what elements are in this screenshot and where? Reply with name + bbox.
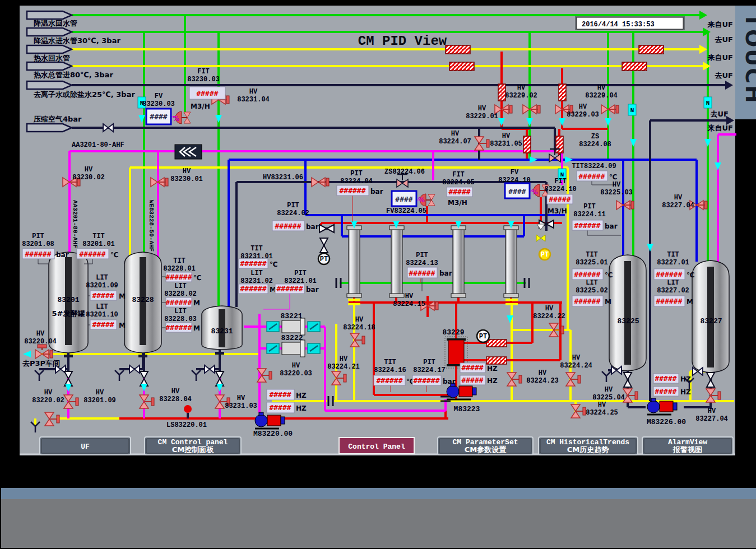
svg-text:#####: ##### [655, 374, 676, 383]
tag-hv83227-04-top: 83227.04 [662, 202, 694, 210]
pt-gauge[interactable]: PT [477, 330, 489, 342]
svg-text:HZ: HZ [680, 375, 691, 383]
tag-hv83224-18: HV [355, 316, 364, 324]
svg-text:#####: ##### [269, 390, 291, 399]
tag-pit83224-17: 83224.17 [413, 366, 446, 374]
pipe-label-4: 热水总管进80℃, 3bar [33, 71, 113, 79]
label-filter-83222: 83222 [281, 334, 303, 342]
pipe-label-5: 去离子水或除盐水25℃, 3bar [34, 90, 135, 99]
line-tag-aa3201-v: AA3201-80-AHF [72, 200, 78, 248]
tag-hv83224-22: HV [545, 305, 554, 313]
membrane-column[interactable] [347, 226, 361, 297]
svg-text:#####: ##### [92, 320, 114, 329]
button-uf[interactable]: UF [40, 437, 131, 455]
filter-83222[interactable] [282, 340, 305, 357]
button-alarmview[interactable]: AlarmView 报警视图 [642, 437, 733, 455]
tag-tit83224-16: TIT [384, 359, 396, 366]
button-cm-control-panel[interactable]: CM Control panel CM控制面板 [145, 437, 241, 455]
label-tank-83201-cn: 5#发酵罐 [52, 309, 85, 318]
svg-text:bar: bar [306, 223, 319, 231]
tag-pit83224-02: 83224.02 [277, 210, 309, 217]
svg-text:######: ###### [240, 259, 267, 268]
tag-pit83224-17: PIT [423, 359, 435, 366]
tag-hv83224-23: 83224.23 [526, 377, 559, 385]
tag-hv83230-01: 83230.01 [170, 175, 203, 183]
svg-text:######: ###### [25, 250, 52, 258]
tag-hv83231-04: 83231.04 [237, 96, 270, 104]
svg-text:######: ###### [80, 250, 106, 258]
tag-pit83224-11: PIT [583, 203, 596, 211]
tank-83225[interactable] [609, 255, 646, 371]
tag-tit83224-16: 83224.16 [374, 366, 406, 374]
n-label: N [706, 100, 710, 106]
brand-text: TOUCH [741, 13, 756, 105]
display-lit83228-03: ######M [166, 323, 200, 332]
tag-tit83231-01: TIT [251, 245, 263, 253]
svg-text:#####: ##### [92, 291, 114, 300]
svg-text:####: #### [508, 187, 526, 196]
button-cm-parameterset[interactable]: CM ParameterSet CM参数设置 [438, 437, 533, 455]
tag-lit83228-03: LIT [174, 308, 187, 315]
tag-hv83229-01: HV [478, 105, 486, 113]
tag-tit83225-01: 83225.01 [576, 259, 608, 267]
filter-element-icon [308, 343, 320, 353]
tank-83227[interactable] [692, 260, 729, 373]
svg-text:######: ###### [166, 323, 192, 332]
button-cm-historicaltrends[interactable]: CM HistoricalTrends CM历史趋势 [539, 437, 638, 455]
tag-lit83228-02: 83228.02 [164, 290, 197, 298]
svg-text:%: % [418, 196, 425, 204]
svg-text:℃: ℃ [193, 274, 202, 282]
svg-text:PT: PT [479, 333, 487, 341]
svg-text:######: ###### [579, 172, 605, 180]
tag-hv83224-24: 83224.24 [560, 362, 592, 370]
svg-text:######: ###### [277, 285, 303, 293]
display-lit83201-10: #####M [90, 320, 126, 329]
filter-83221[interactable] [282, 318, 305, 335]
tag-hv83224-21: HV [340, 355, 348, 363]
tag-hv83201-09: 83201.09 [84, 397, 116, 404]
tag-pit83221-01: PIT [294, 269, 307, 277]
tag-hv83227-04-bottom: HV [708, 407, 716, 415]
ls-indicator [184, 405, 192, 413]
tag-hv83229-03: 83229.03 [567, 111, 599, 119]
line-tag-aa3201: AA3201-80-AHF [72, 141, 124, 149]
pipe-entry-5 [27, 81, 72, 89]
tag-hv83220-03: HV [292, 362, 300, 370]
tag-hv83229-02: HV [517, 84, 526, 92]
svg-text:######: ###### [574, 297, 601, 305]
svg-text:M3/H: M3/H [448, 199, 467, 207]
page-title: CM PID View [358, 34, 447, 49]
svg-text:M: M [605, 298, 611, 306]
tag-pit83224-13: PIT [416, 252, 428, 259]
tag-hv83220-04: 83220.04 [24, 338, 57, 346]
svg-text:℃: ℃ [270, 260, 278, 268]
tag-hv83220-03: 83220.03 [280, 370, 312, 378]
pipe-label-2: 降温水进水管30℃, 3bar [34, 36, 120, 45]
tag-pit83224-04: PIT [350, 170, 363, 178]
pt-gauge[interactable]: PT [539, 249, 550, 260]
tag-hv83224-21: 83224.21 [327, 363, 360, 371]
display-hz-m83226-1: #####HZ [653, 374, 691, 383]
tag-fit83224-10: 83224.10 [544, 185, 577, 193]
tag-hv83229-04: 83229.04 [585, 92, 618, 100]
label-filter-83221: 83221 [280, 312, 302, 320]
tag-pit83201-08: 83201.08 [22, 240, 54, 248]
pt-gauge[interactable]: PT [318, 253, 330, 264]
tag-lit83231-02: LIT [251, 269, 263, 277]
window-control-panel[interactable]: Control Panel [339, 438, 414, 454]
tag-fv83230-03: 83230.03 [142, 100, 175, 108]
display-lit83201-09: #####M [90, 291, 126, 300]
uf-label: 去UF [715, 35, 733, 44]
display-pit83221-01: ######bar [275, 284, 319, 294]
membrane-column[interactable] [389, 226, 404, 297]
tag-tit83225-01: TIT [586, 251, 598, 259]
svg-text:######: ###### [574, 221, 601, 230]
svg-text:M: M [193, 324, 200, 332]
svg-text:bar: bar [605, 222, 618, 230]
membrane-column[interactable] [451, 226, 466, 297]
svg-text:PT: PT [320, 255, 328, 263]
tag-lit83225-02: 83225.02 [576, 287, 608, 295]
svg-text:######: ###### [275, 222, 302, 230]
svg-text:CM参数设置: CM参数设置 [465, 445, 506, 454]
membrane-column[interactable] [504, 226, 518, 297]
